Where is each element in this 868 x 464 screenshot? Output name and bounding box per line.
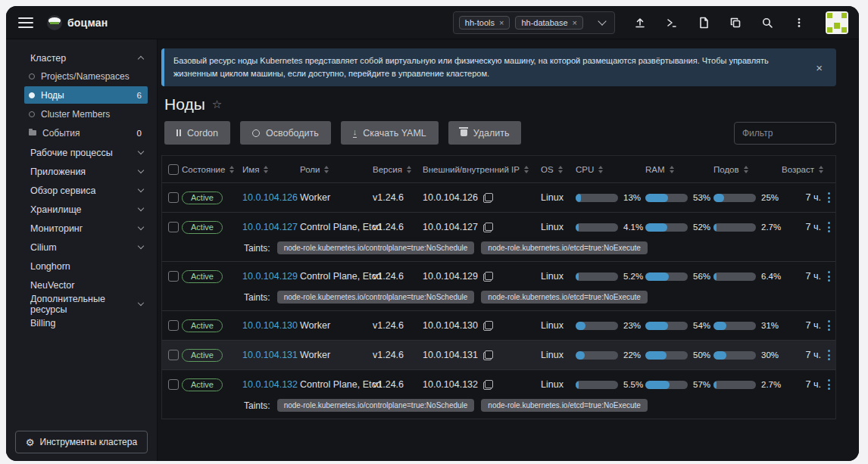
filter-input[interactable] bbox=[734, 122, 836, 145]
os-cell: Linux bbox=[541, 192, 576, 203]
ram-cell: 56% bbox=[645, 272, 713, 281]
copy-icon[interactable] bbox=[483, 380, 493, 390]
row-checkbox[interactable] bbox=[168, 379, 179, 390]
скачать-yaml-button[interactable]: ↓Скачать YAML bbox=[341, 121, 439, 145]
os-cell: Linux bbox=[541, 350, 576, 360]
copy-icon[interactable] bbox=[483, 223, 493, 232]
sidebar-item-события[interactable]: События0 bbox=[24, 124, 148, 142]
node-link[interactable]: 10.0.104.130 bbox=[242, 320, 298, 331]
sidebar-item-longhorn[interactable]: Longhorn bbox=[15, 257, 148, 276]
sidebar-item-мониторинг[interactable]: Мониторинг bbox=[15, 219, 148, 238]
taint-chip: node-role.kubernetes.io/etcd=true:NoExec… bbox=[481, 241, 648, 254]
banner-close-icon[interactable]: × bbox=[813, 61, 826, 74]
namespace-select[interactable]: hh-tools ×hh-database × bbox=[453, 11, 615, 34]
column-header[interactable]: OS bbox=[541, 165, 576, 174]
sidebar-item-ноды[interactable]: Ноды6 bbox=[24, 86, 148, 104]
column-header[interactable]: CPU bbox=[576, 165, 645, 174]
copy-icon[interactable] bbox=[729, 16, 742, 30]
table-row[interactable]: Active 10.0.104.131 Worker v1.24.6 10.0.… bbox=[162, 341, 835, 370]
row-menu-button[interactable] bbox=[826, 269, 832, 284]
column-header[interactable]: Внешний/внутренний IP bbox=[423, 165, 541, 174]
sidebar-item-neuvector[interactable]: NeuVector bbox=[15, 276, 148, 294]
cluster-tools-button[interactable]: ⚙ Инструменты кластера bbox=[15, 431, 148, 453]
sidebar-item-cluster-members[interactable]: Cluster Members bbox=[24, 105, 148, 123]
row-menu-button[interactable] bbox=[826, 347, 832, 363]
sidebar-item-дополнительные-ресурсы[interactable]: Дополнительные ресурсы bbox=[15, 294, 148, 313]
favorite-star-icon[interactable]: ☆ bbox=[212, 98, 222, 111]
app-logo[interactable]: боцман bbox=[47, 15, 108, 30]
shell-icon[interactable] bbox=[665, 16, 679, 30]
удалить-button[interactable]: Удалить bbox=[448, 121, 522, 145]
sidebar-item-кластер[interactable]: Кластер bbox=[15, 48, 148, 67]
table-row[interactable]: Active 10.0.104.130 Worker v1.24.6 10.0.… bbox=[162, 311, 835, 341]
column-header[interactable]: RAM bbox=[645, 165, 713, 174]
sidebar-item-рабочие-процессы[interactable]: Рабочие процессы bbox=[15, 143, 148, 162]
node-link[interactable]: 10.0.104.129 bbox=[242, 271, 298, 282]
sort-icon bbox=[670, 166, 674, 173]
sidebar-item-cilium[interactable]: Cilium bbox=[15, 238, 148, 257]
sidebar-item-billing[interactable]: Billing bbox=[15, 313, 148, 332]
copy-icon[interactable] bbox=[483, 193, 493, 203]
row-menu-button[interactable] bbox=[826, 318, 832, 333]
ram-value: 50% bbox=[693, 350, 710, 360]
row-checkbox[interactable] bbox=[168, 350, 179, 360]
select-all-checkbox[interactable] bbox=[168, 164, 179, 175]
taint-chip: node-role.kubernetes.io/controlplane=tru… bbox=[277, 399, 475, 412]
menu-hamburger-icon[interactable] bbox=[18, 17, 33, 28]
column-header[interactable]: Подов bbox=[713, 165, 782, 174]
row-menu-button[interactable] bbox=[826, 377, 832, 392]
sidebar-item-приложения[interactable]: Приложения bbox=[15, 162, 148, 181]
column-header[interactable]: Роли bbox=[300, 165, 373, 174]
tag-remove-icon[interactable]: × bbox=[573, 18, 577, 27]
logo-icon bbox=[47, 15, 62, 30]
copy-icon[interactable] bbox=[483, 350, 493, 360]
taint-chip: node-role.kubernetes.io/controlplane=tru… bbox=[277, 291, 475, 304]
cluster-tools-label: Инструменты кластера bbox=[40, 437, 138, 447]
row-menu-button[interactable] bbox=[826, 220, 832, 235]
age-cell: 7 ч. bbox=[782, 320, 826, 331]
sidebar-item-label: Cilium bbox=[30, 242, 57, 253]
row-checkbox[interactable] bbox=[168, 320, 179, 331]
column-header[interactable]: Состояние bbox=[182, 165, 242, 174]
node-link[interactable]: 10.0.104.132 bbox=[242, 379, 298, 390]
column-header[interactable]: Имя bbox=[242, 165, 300, 174]
row-checkbox[interactable] bbox=[168, 222, 179, 232]
user-avatar[interactable] bbox=[826, 11, 848, 34]
file-icon[interactable] bbox=[697, 16, 710, 30]
kebab-icon[interactable] bbox=[792, 16, 806, 30]
sidebar-item-обзор-сервиса[interactable]: Обзор сервиса bbox=[15, 181, 148, 200]
sidebar-item-хранилище[interactable]: Хранилище bbox=[15, 200, 148, 219]
copy-icon[interactable] bbox=[483, 272, 493, 282]
node-link[interactable]: 10.0.104.131 bbox=[242, 350, 298, 360]
state-cell: Active bbox=[182, 378, 242, 391]
pods-meter bbox=[713, 194, 756, 202]
search-icon[interactable] bbox=[760, 16, 774, 30]
table-row[interactable]: Active 10.0.104.126 Worker v1.24.6 10.0.… bbox=[162, 183, 835, 213]
row-checkbox[interactable] bbox=[168, 192, 179, 203]
sidebar-item-projects-namespaces[interactable]: Projects/Namespaces bbox=[24, 67, 148, 85]
namespace-tag[interactable]: hh-database × bbox=[515, 16, 583, 30]
column-header[interactable]: Версия bbox=[373, 165, 423, 174]
column-header[interactable]: Возраст bbox=[782, 165, 826, 174]
upload-icon[interactable] bbox=[633, 16, 647, 30]
cpu-value: 5.2% bbox=[623, 272, 643, 281]
tag-remove-icon[interactable]: × bbox=[499, 18, 504, 27]
освободить-button[interactable]: Освободить bbox=[240, 121, 331, 145]
copy-icon[interactable] bbox=[483, 321, 493, 331]
pods-cell: 2.7% bbox=[713, 223, 782, 232]
button-label: Cordon bbox=[187, 128, 218, 139]
table-row[interactable]: Active 10.0.104.127 Control Plane, Etcd … bbox=[162, 213, 835, 262]
table-row[interactable]: Active 10.0.104.129 Control Plane, Etcd … bbox=[162, 262, 835, 311]
node-link[interactable]: 10.0.104.126 bbox=[242, 192, 298, 203]
row-menu-button[interactable] bbox=[826, 190, 832, 205]
row-checkbox-cell bbox=[162, 271, 182, 282]
state-cell: Active bbox=[182, 319, 242, 332]
sidebar-nav: КластерProjects/NamespacesНоды6Cluster M… bbox=[15, 48, 148, 431]
cordon-button[interactable]: Cordon bbox=[164, 121, 230, 145]
ram-meter bbox=[645, 381, 688, 389]
table-row[interactable]: Active 10.0.104.132 Control Plane, Etcd … bbox=[162, 370, 835, 419]
node-link[interactable]: 10.0.104.127 bbox=[242, 222, 298, 232]
actions-cell bbox=[826, 318, 845, 333]
namespace-tag[interactable]: hh-tools × bbox=[459, 16, 510, 30]
row-checkbox[interactable] bbox=[168, 271, 179, 282]
